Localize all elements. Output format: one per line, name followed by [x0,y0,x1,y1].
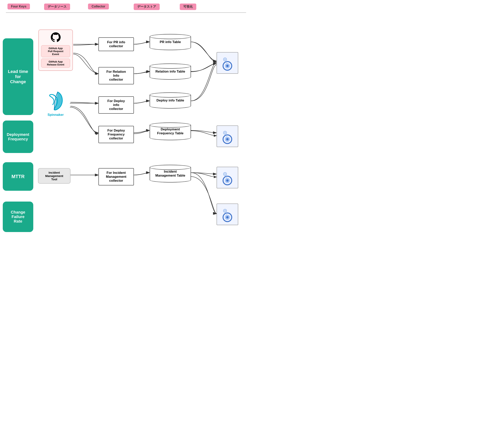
deployment-frequency-visualization [216,125,238,147]
incident-management-table: IncidentManagement Table [150,165,191,182]
relation-info-collector[interactable]: For RelationInfocollector [98,67,134,84]
deployment-frequency-table: DeploymentFrequency Table [150,123,191,140]
fourkeys-deployment-frequency: DeploymentFrequency [3,121,33,153]
grafana-icon-2 [220,129,235,144]
deploy-info-table: Deploy info Table [150,92,191,109]
relation-info-table: Relation info Table [150,64,191,80]
header-fourkeys: Four Keys [0,4,37,9]
github-datasource-box: GitHub AppPull RequestEvent GitHub AppRe… [38,29,73,71]
deploy-frequency-collector[interactable]: For DeployFrequencycollector [98,126,134,143]
svg-point-5 [224,58,226,60]
incident-management-tool[interactable]: IncidentManagementTool [38,168,71,184]
header-visualization: 可視化 [173,4,203,10]
spinnaker-datasource: Spinnaker [41,90,70,117]
grafana-icon [220,55,235,71]
fourkeys-change-failure-rate: ChangeFailureRate [3,202,33,232]
svg-point-3 [226,65,228,67]
header-datasource: データソース [37,4,77,10]
pr-info-collector[interactable]: For PR infocollector [98,37,134,51]
svg-point-11 [224,132,226,134]
svg-point-21 [226,216,228,218]
incident-management-collector[interactable]: For IncidentManagementcollector [98,168,134,185]
spinnaker-logo-icon [47,90,65,112]
lead-time-visualization [216,52,238,74]
pr-info-table: PR info Table [150,34,191,50]
svg-point-17 [224,173,226,175]
svg-point-23 [224,210,226,212]
github-release-event-button[interactable]: GitHub AppRelease Event [41,58,70,68]
grafana-icon-4 [220,206,235,222]
mttr-visualization [216,167,238,188]
svg-point-15 [226,179,228,182]
header-collector: Collector [77,4,120,9]
github-pr-event-button[interactable]: GitHub AppPull RequestEvent [41,45,70,57]
spinnaker-label: Spinnaker [48,113,64,117]
change-failure-rate-visualization [216,204,238,225]
grafana-icon-3 [220,170,235,185]
header-datastore: データストア [120,4,173,10]
svg-point-9 [226,138,228,140]
github-icon [51,32,61,44]
fourkeys-lead-time: Lead timeforChange [3,38,33,115]
deploy-info-collector[interactable]: For Deployinfocollector [98,96,134,114]
fourkeys-mttr: MTTR [3,162,33,191]
